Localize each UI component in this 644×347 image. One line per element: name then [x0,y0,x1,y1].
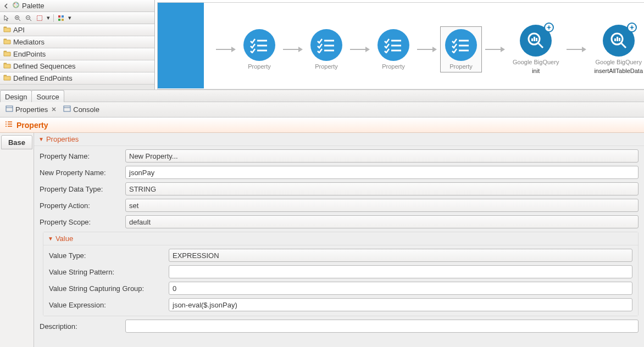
field-description[interactable] [125,320,639,333]
field-data-type-value: STRING [129,185,156,193]
node-circle-icon [377,29,409,61]
svg-rect-37 [614,38,616,41]
field-data-type[interactable]: STRING [125,182,639,195]
property-node[interactable]: Property [440,26,482,72]
svg-point-0 [13,2,19,8]
bigquery-node[interactable]: Google BigQueryinsertAllTableData [590,23,644,76]
folder-icon [3,38,13,46]
sequence-start-block[interactable] [158,3,204,88]
label-scope: Property Scope: [40,218,125,226]
svg-point-3 [14,5,15,7]
back-icon[interactable] [2,3,10,9]
folder-icon [3,62,13,70]
tab-design-label: Design [5,93,27,101]
tab-base[interactable]: Base [1,135,32,149]
field-action[interactable]: set [125,199,639,212]
design-source-tabs: Design Source [0,90,644,102]
flow-arrow [283,49,303,50]
dropdown-arrow-icon[interactable]: ▾ [68,14,72,23]
field-scope[interactable]: default [125,215,639,228]
flow-arrow [485,49,505,50]
flow-arrow [417,49,437,50]
zoom-in-icon[interactable] [13,14,22,23]
flow-arrow [216,49,236,50]
marquee-tool-icon[interactable] [35,14,44,23]
tab-properties-label: Properties [15,105,48,114]
field-value-expression-value: json-eval($.jsonPay) [173,301,237,309]
svg-point-4 [16,5,18,7]
dropdown-arrow-icon[interactable]: ▾ [46,14,51,23]
label-data-type: Property Data Type: [40,185,125,193]
layout-tool-icon[interactable] [57,14,65,23]
palette-drawer[interactable]: API [0,24,154,36]
node-label: init [532,68,540,74]
svg-rect-41 [6,106,13,111]
tab-design[interactable]: Design [0,90,32,102]
tab-properties[interactable]: Properties [3,104,59,115]
connector-badge-icon [627,23,637,32]
section-properties-header[interactable]: ▼ Properties [34,133,644,146]
palette-drawer[interactable]: Mediators [0,36,154,48]
svg-rect-16 [62,19,64,21]
svg-rect-14 [62,15,64,18]
tab-base-label: Base [8,138,25,147]
palette-toolbar: ▾ ▾ [0,12,154,24]
svg-rect-13 [58,15,60,18]
field-value-pattern[interactable] [169,265,632,278]
connector-badge-icon [544,23,554,32]
svg-rect-31 [531,38,533,41]
section-value-header[interactable]: ▼ Value [43,232,638,245]
node-circle-icon [445,29,477,61]
section-value-title: Value [55,234,73,243]
field-value-expression[interactable]: json-eval($.jsonPay) [169,298,632,311]
bigquery-node[interactable]: Google BigQueryinit [508,23,563,76]
close-icon[interactable] [51,105,57,114]
properties-view-icon [5,105,13,114]
node-type-label: Google BigQuery [513,59,559,65]
palette-drawer[interactable]: Defined Sequences [0,60,154,72]
node-circle-icon [520,25,552,57]
svg-rect-12 [37,15,42,20]
field-value-type-value: EXPRESSION [173,251,219,260]
palette-drawer-label: Defined Sequences [13,62,75,70]
tab-source[interactable]: Source [31,90,64,102]
field-value-type[interactable]: EXPRESSION [169,249,632,262]
property-node[interactable]: Property [373,27,414,72]
field-action-value: set [129,202,138,210]
field-capturing-group[interactable]: 0 [169,282,632,295]
field-capturing-group-value: 0 [173,284,176,293]
folder-icon [3,26,13,34]
node-circle-icon [243,29,275,61]
svg-point-34 [548,26,550,29]
folder-icon [3,74,13,82]
separator [53,14,54,22]
node-label: insertAllTableData [594,68,643,74]
field-property-name-value: New Property... [129,152,178,160]
palette-drawer[interactable]: Defined EndPoints [0,72,154,85]
property-node[interactable]: Property [239,27,280,72]
views-bar: Properties Console [0,102,644,117]
field-property-name[interactable]: New Property... [125,149,639,163]
node-label: Property [449,63,473,70]
svg-rect-45 [64,106,70,111]
flow-diagram: PropertyPropertyPropertyPropertyGoogle B… [213,19,644,80]
node-circle-icon [310,29,342,61]
node-label: Property [382,63,405,70]
property-node[interactable]: Property [306,27,347,72]
svg-rect-15 [58,19,60,21]
node-label: Property [248,63,271,70]
canvas-pane[interactable]: PropertyPropertyPropertyPropertyGoogle B… [155,0,644,89]
section-properties-title: Properties [46,135,79,143]
svg-line-30 [538,43,543,48]
tab-source-label: Source [36,93,59,101]
label-property-name: Property Name: [40,152,125,160]
node-label: Property [315,63,338,70]
label-value-type: Value Type: [49,251,169,260]
zoom-out-icon[interactable] [24,14,33,23]
palette-drawer[interactable]: EndPoints [0,48,154,60]
field-new-property-name[interactable]: jsonPay [125,166,639,179]
pointer-tool-icon[interactable] [2,14,11,23]
palette-drawer-label: API [13,26,25,34]
tab-console[interactable]: Console [61,104,102,115]
palette-title: Palette [22,2,44,10]
